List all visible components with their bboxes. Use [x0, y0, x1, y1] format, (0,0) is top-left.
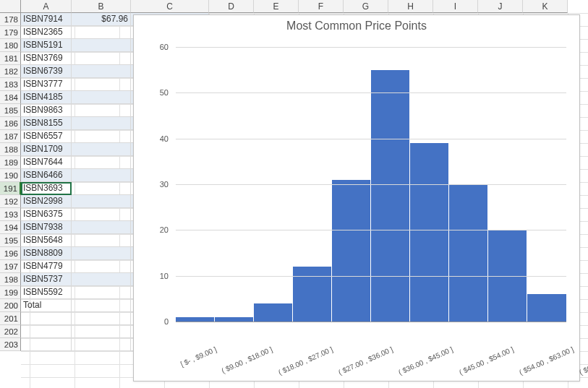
- cell[interactable]: [72, 260, 131, 273]
- col-header-G[interactable]: G: [344, 0, 388, 13]
- cell[interactable]: [72, 156, 131, 169]
- row-header[interactable]: 196: [0, 247, 21, 260]
- cell[interactable]: [72, 91, 131, 104]
- cell[interactable]: [72, 273, 131, 286]
- cell[interactable]: ISBN6739: [21, 65, 72, 78]
- cell[interactable]: ISBN5737: [21, 273, 72, 286]
- cell[interactable]: [72, 65, 131, 78]
- row-header[interactable]: 190: [0, 169, 21, 182]
- cell[interactable]: ISBN5592: [21, 286, 72, 299]
- row-header[interactable]: 199: [0, 286, 21, 299]
- col-header-H[interactable]: H: [388, 0, 433, 13]
- cell[interactable]: [72, 299, 131, 312]
- cell[interactable]: [72, 247, 131, 260]
- cell[interactable]: [72, 221, 131, 234]
- bar[interactable]: [254, 303, 293, 322]
- select-all-corner[interactable]: [0, 0, 21, 13]
- cell[interactable]: [72, 39, 131, 52]
- cell[interactable]: ISBN6557: [21, 130, 72, 143]
- cell[interactable]: ISBN7938: [21, 221, 72, 234]
- cell[interactable]: [72, 286, 131, 299]
- cell[interactable]: [72, 78, 131, 91]
- cell[interactable]: [72, 143, 131, 156]
- bar[interactable]: [527, 294, 566, 322]
- col-header-K[interactable]: K: [523, 0, 568, 13]
- row-header[interactable]: 201: [0, 312, 21, 325]
- row-header[interactable]: 203: [0, 338, 21, 351]
- cell[interactable]: [72, 26, 131, 39]
- row-header[interactable]: 195: [0, 234, 21, 247]
- col-header-E[interactable]: E: [254, 0, 299, 13]
- row-header[interactable]: 188: [0, 143, 21, 156]
- bar[interactable]: [293, 267, 332, 322]
- row-header[interactable]: 183: [0, 78, 21, 91]
- cell[interactable]: ISBN5191: [21, 39, 72, 52]
- cell[interactable]: [72, 325, 131, 338]
- col-header-F[interactable]: F: [299, 0, 344, 13]
- cell[interactable]: [72, 195, 131, 208]
- row-header[interactable]: 185: [0, 104, 21, 117]
- row-header[interactable]: 178: [0, 13, 21, 26]
- row-header[interactable]: 193: [0, 208, 21, 221]
- cell[interactable]: [72, 169, 131, 182]
- row-header[interactable]: 198: [0, 273, 21, 286]
- cell[interactable]: [21, 312, 72, 325]
- y-tick-label: 30: [137, 180, 169, 189]
- cell[interactable]: ISBN6466: [21, 169, 72, 182]
- cell[interactable]: ISBN7644: [21, 156, 72, 169]
- row-header[interactable]: 191: [0, 182, 21, 195]
- cell[interactable]: ISBN2998: [21, 195, 72, 208]
- cell[interactable]: [21, 338, 72, 351]
- cell[interactable]: ISBN7914: [21, 13, 72, 26]
- bar[interactable]: [410, 143, 449, 322]
- chart[interactable]: Most Common Price Points 0102030405060 […: [133, 14, 580, 381]
- bar[interactable]: [332, 180, 371, 322]
- cell[interactable]: ISBN9863: [21, 104, 72, 117]
- row-header[interactable]: 180: [0, 39, 21, 52]
- row-header[interactable]: 194: [0, 221, 21, 234]
- cell[interactable]: ISBN4779: [21, 260, 72, 273]
- cell[interactable]: [72, 117, 131, 130]
- row-header[interactable]: 200: [0, 299, 21, 312]
- cell[interactable]: [72, 182, 131, 195]
- col-header-D[interactable]: D: [209, 0, 254, 13]
- cell[interactable]: ISBN3769: [21, 52, 72, 65]
- cell[interactable]: [72, 130, 131, 143]
- cell[interactable]: [72, 104, 131, 117]
- cell[interactable]: [72, 52, 131, 65]
- cell[interactable]: [72, 208, 131, 221]
- cell[interactable]: ISBN4185: [21, 91, 72, 104]
- cell[interactable]: ISBN5648: [21, 234, 72, 247]
- x-axis-labels: [ $- , $9.00 ]( $9.00 , $18.00 ]( $18.00…: [176, 324, 566, 374]
- row-header[interactable]: 184: [0, 91, 21, 104]
- row-header[interactable]: 197: [0, 260, 21, 273]
- cell[interactable]: ISBN1709: [21, 143, 72, 156]
- row-header[interactable]: 186: [0, 117, 21, 130]
- col-header-J[interactable]: J: [478, 0, 523, 13]
- row-header[interactable]: 182: [0, 65, 21, 78]
- col-header-C[interactable]: C: [131, 0, 209, 13]
- row-header[interactable]: 179: [0, 26, 21, 39]
- cell[interactable]: Total: [21, 299, 72, 312]
- row-header[interactable]: 189: [0, 156, 21, 169]
- row-header[interactable]: 181: [0, 52, 21, 65]
- bar[interactable]: [371, 70, 410, 322]
- row-header[interactable]: 192: [0, 195, 21, 208]
- cell[interactable]: $67.96: [72, 13, 131, 26]
- cell[interactable]: ISBN8809: [21, 247, 72, 260]
- row-header[interactable]: 187: [0, 130, 21, 143]
- row-header[interactable]: 202: [0, 325, 21, 338]
- cell[interactable]: ISBN3693: [21, 182, 72, 195]
- col-header-A[interactable]: A: [21, 0, 72, 13]
- cell[interactable]: ISBN3777: [21, 78, 72, 91]
- cell[interactable]: [21, 325, 72, 338]
- cell[interactable]: ISBN8155: [21, 117, 72, 130]
- cell[interactable]: [72, 234, 131, 247]
- col-header-I[interactable]: I: [433, 0, 478, 13]
- cell[interactable]: ISBN6375: [21, 208, 72, 221]
- cell[interactable]: [72, 338, 131, 351]
- bar[interactable]: [449, 184, 488, 322]
- col-header-B[interactable]: B: [72, 0, 131, 13]
- cell[interactable]: [72, 312, 131, 325]
- cell[interactable]: ISBN2365: [21, 26, 72, 39]
